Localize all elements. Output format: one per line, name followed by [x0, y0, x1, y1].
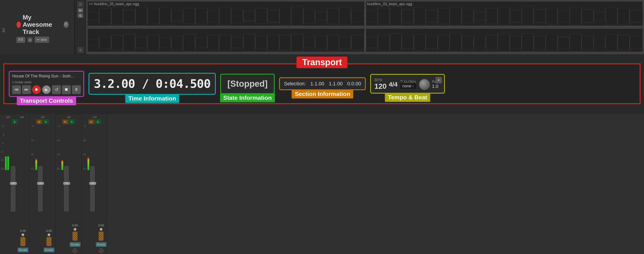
svg-rect-8 — [172, 11, 183, 21]
pause-button[interactable]: ⏸ — [72, 85, 81, 94]
ch4-route-button[interactable]: Route — [96, 242, 107, 247]
svg-rect-76 — [402, 36, 413, 49]
svg-rect-19 — [304, 9, 315, 23]
ch4-zero-circle: ⊘ — [99, 248, 103, 253]
clip-3[interactable] — [87, 28, 364, 52]
play-button[interactable]: ▶ — [42, 85, 51, 94]
svg-rect-40 — [546, 8, 557, 24]
section-row: Selection: 1.1.00 1.1.00 0.0.00 — [284, 81, 361, 87]
svg-rect-25 — [366, 11, 378, 21]
svg-rect-67 — [304, 38, 315, 47]
clip-1-title: << huckfinn_33_twain_apc.ogg — [89, 2, 139, 6]
solo-button[interactable]: S — [78, 13, 84, 18]
rewind-button[interactable]: ⏮ — [12, 85, 21, 94]
ch1-solo-button[interactable]: S — [12, 120, 18, 124]
svg-rect-70 — [340, 37, 351, 48]
ch3-zero-circle: ⊘ — [73, 248, 77, 253]
track-name-row: My Awesome Track — [8, 11, 72, 37]
svg-rect-46 — [618, 8, 629, 24]
db-6: 6 — [1, 133, 4, 136]
ch1-fader-thumb — [10, 182, 17, 185]
clip-4[interactable] — [366, 28, 643, 52]
ch4-fader[interactable] — [90, 166, 95, 212]
record-button[interactable] — [16, 21, 21, 28]
state-text: [Stopped] — [228, 79, 268, 89]
ch1-pan[interactable] — [22, 234, 24, 236]
ch2-route-button[interactable]: Route — [44, 248, 54, 253]
svg-rect-34 — [474, 12, 486, 20]
tempo-knob[interactable] — [419, 79, 430, 90]
svg-rect-93 — [606, 34, 617, 51]
plus-button[interactable]: + — [436, 77, 442, 83]
power-button[interactable]: ⏻ — [28, 37, 32, 42]
svg-rect-65 — [280, 35, 291, 50]
mute-circle-icon[interactable]: ⊘ — [77, 1, 84, 7]
svg-rect-89 — [558, 37, 569, 48]
ch2-pan[interactable] — [48, 234, 50, 236]
track-list-area: 3 My Awesome Track FX ⏻ ✂ trim — [0, 0, 75, 54]
svg-rect-53 — [136, 37, 147, 47]
svg-rect-64 — [268, 35, 279, 50]
ch1-fader[interactable] — [11, 166, 16, 212]
ch3-pan[interactable] — [74, 228, 76, 231]
waveform-1 — [88, 6, 364, 26]
svg-rect-66 — [292, 34, 303, 51]
svg-rect-68 — [316, 36, 327, 49]
svg-rect-6 — [148, 9, 159, 23]
svg-rect-30 — [426, 10, 437, 22]
svg-rect-45 — [606, 7, 617, 25]
ch4-db4: -42- — [82, 167, 87, 170]
record-button[interactable]: ⏺ — [32, 85, 41, 94]
ch2-solo-button[interactable]: S — [43, 120, 49, 124]
svg-rect-74 — [378, 35, 389, 50]
loop-button[interactable]: ↺ — [52, 85, 61, 94]
svg-rect-35 — [486, 8, 498, 24]
db-18n: 18- — [1, 159, 4, 161]
ch4-pan[interactable] — [100, 228, 102, 231]
svg-rect-2 — [100, 8, 111, 23]
fast-forward-button[interactable]: ⏭ — [22, 85, 31, 94]
svg-rect-60 — [219, 35, 231, 50]
waveform-3 — [88, 33, 364, 52]
ch3-fader[interactable] — [64, 166, 69, 212]
svg-rect-87 — [534, 36, 546, 49]
svg-rect-77 — [414, 35, 425, 50]
svg-rect-44 — [594, 12, 605, 20]
ch2-mute-button[interactable]: M — [36, 120, 42, 124]
time-sig-area: 4/4 — [389, 81, 398, 88]
svg-rect-84 — [498, 34, 510, 51]
mute-button[interactable]: M — [78, 8, 84, 13]
ch3-mute-button[interactable]: M — [62, 120, 68, 124]
tempo-content: BPM 120 4/4 GLOBAL — [374, 78, 441, 91]
mute2-circle-icon[interactable]: ⊘ — [77, 47, 84, 53]
db-0: 0- — [1, 142, 4, 144]
trim-icon: ✂ — [37, 38, 40, 42]
ch2-db2: -18- — [30, 139, 35, 142]
transport-buttons: ⏮ ⏭ ⏺ ▶ ↺ ⏹ ⏸ — [12, 85, 81, 94]
stop-button[interactable]: ⏹ — [62, 85, 71, 94]
track-number: 3 — [2, 27, 5, 33]
svg-rect-22 — [340, 7, 351, 25]
ch4-mute-button[interactable]: M — [88, 120, 94, 124]
svg-rect-20 — [316, 12, 327, 20]
ch2-fader[interactable] — [38, 166, 42, 212]
ch2-diag — [46, 237, 52, 246]
svg-rect-90 — [570, 34, 581, 51]
ch4-solo-button[interactable]: S — [95, 120, 101, 124]
ch1-route-button[interactable]: Route — [18, 248, 28, 253]
clip-2[interactable]: huckfinn_33_twain_apc.ogg — [366, 1, 643, 26]
clip-1[interactable]: << huckfinn_33_twain_apc.ogg — [87, 1, 364, 26]
ch3-fader-thumb — [63, 182, 70, 185]
trim-button[interactable]: ✂ trim — [35, 37, 49, 43]
svg-rect-73 — [366, 37, 378, 47]
fx-button[interactable]: FX — [16, 37, 25, 43]
ch3-route-button[interactable]: Route — [70, 242, 81, 247]
ch3-vol: 0.00 — [72, 224, 78, 227]
mixer-empty-area — [108, 114, 644, 254]
ch3-diag — [72, 232, 78, 241]
song-title: House Of The Rising Sun - Josh White and — [12, 74, 76, 79]
svg-rect-94 — [618, 35, 629, 50]
arrow-icon — [400, 80, 403, 83]
ch3-solo-button[interactable]: S — [69, 120, 75, 124]
volume-knob[interactable] — [64, 21, 69, 28]
